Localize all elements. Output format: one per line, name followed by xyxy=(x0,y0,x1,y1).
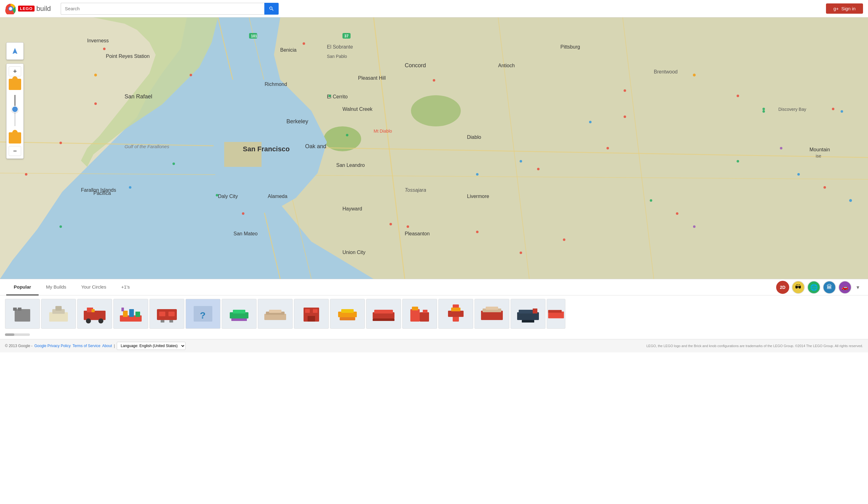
builds-grid: ? xyxy=(0,296,868,332)
map-dot xyxy=(563,238,565,241)
map-dot xyxy=(390,223,392,225)
tab-popular[interactable]: Popular xyxy=(6,279,39,296)
terms-link[interactable]: Terms of Service xyxy=(73,344,100,348)
search-icon xyxy=(269,6,274,11)
sign-in-button[interactable]: g+ Sign in xyxy=(826,3,863,14)
svg-text:Pleasant Hill: Pleasant Hill xyxy=(358,75,386,81)
svg-text:Union City: Union City xyxy=(342,250,365,255)
build-item[interactable] xyxy=(330,299,365,329)
filter-glasses[interactable]: 🕶 xyxy=(792,281,805,294)
language-select[interactable]: Language: English (United States) xyxy=(117,342,186,350)
svg-text:San Rafael: San Rafael xyxy=(125,93,152,100)
svg-rect-67 xyxy=(92,309,95,312)
svg-rect-112 xyxy=(548,310,562,313)
map-dot xyxy=(693,225,695,228)
zoom-in-button[interactable]: + xyxy=(9,66,21,76)
svg-rect-75 xyxy=(168,312,175,316)
lego-block-bottom xyxy=(9,132,21,144)
svg-text:Point Reyes Station: Point Reyes Station xyxy=(106,53,150,59)
svg-rect-110 xyxy=(522,320,534,322)
build-thumbnail xyxy=(299,303,324,325)
search-input[interactable] xyxy=(61,3,264,14)
build-item[interactable] xyxy=(258,299,293,329)
svg-text:Brentwood: Brentwood xyxy=(654,69,678,74)
build-item[interactable] xyxy=(510,299,546,329)
about-link[interactable]: About xyxy=(102,344,112,348)
privacy-link[interactable]: Google Privacy Policy xyxy=(34,344,71,348)
tab-my-builds[interactable]: My Builds xyxy=(39,279,74,296)
filter-building[interactable]: 🏛 xyxy=(823,281,836,294)
build-item[interactable]: ? xyxy=(186,299,220,329)
tab-plus1s[interactable]: +1's xyxy=(114,279,137,296)
filter-car[interactable]: 🚗 xyxy=(838,281,851,294)
filter-dropdown[interactable]: ▾ xyxy=(854,283,862,292)
build-thumbnail xyxy=(263,303,288,325)
build-item[interactable] xyxy=(438,299,473,329)
svg-rect-72 xyxy=(122,308,124,311)
zoom-out-button[interactable]: − xyxy=(9,146,21,156)
scroll-bar[interactable] xyxy=(5,333,30,336)
build-thumbnail xyxy=(371,303,396,325)
build-thumbnail: ? xyxy=(190,303,215,325)
svg-text:Pittsburg: Pittsburg xyxy=(560,44,580,50)
filter-2d[interactable]: 2D xyxy=(776,281,789,294)
build-item[interactable] xyxy=(77,299,112,329)
build-item[interactable] xyxy=(294,299,329,329)
svg-rect-69 xyxy=(123,311,128,317)
zoom-slider[interactable] xyxy=(14,95,16,126)
svg-rect-99 xyxy=(412,307,418,310)
map-dot xyxy=(103,48,105,50)
build-item[interactable] xyxy=(366,299,401,329)
map-dot xyxy=(94,102,97,105)
svg-rect-70 xyxy=(129,309,134,317)
build-thumbnail xyxy=(118,303,143,325)
footer: © 2013 Google - Google Privacy Policy Te… xyxy=(0,339,868,352)
location-button[interactable] xyxy=(6,42,24,60)
svg-text:San Pablo: San Pablo xyxy=(327,54,347,59)
footer-rights: LEGO, the LEGO logo and the Brick and kn… xyxy=(646,344,863,348)
svg-text:101: 101 xyxy=(251,34,257,38)
map-container[interactable]: San Francisco Berkeley Oak and San Rafae… xyxy=(0,18,868,279)
build-item[interactable] xyxy=(113,299,148,329)
svg-text:Antioch: Antioch xyxy=(498,63,515,68)
svg-point-66 xyxy=(99,318,103,323)
svg-point-3 xyxy=(9,7,12,10)
zoom-controls: + − xyxy=(6,63,24,159)
svg-text:Walnut Creek: Walnut Creek xyxy=(342,106,373,112)
build-item[interactable] xyxy=(402,299,437,329)
scroll-thumb xyxy=(5,333,14,336)
build-item[interactable] xyxy=(547,299,565,329)
map-dot xyxy=(520,160,522,163)
build-item[interactable] xyxy=(149,299,184,329)
svg-rect-83 xyxy=(233,310,245,313)
build-thumbnail xyxy=(407,303,432,325)
svg-rect-71 xyxy=(135,312,140,317)
svg-text:Mt Diablo: Mt Diablo xyxy=(374,128,392,134)
sign-in-label: Sign in xyxy=(841,6,856,11)
search-button[interactable] xyxy=(264,3,279,14)
filter-icons: 2D 🕶 🌐 🏛 🚗 ▾ xyxy=(776,281,862,294)
svg-text:ise: ise xyxy=(816,153,821,158)
map-dot xyxy=(797,173,800,176)
location-icon xyxy=(11,47,19,55)
build-item[interactable] xyxy=(5,299,40,329)
build-thumbnail xyxy=(154,303,179,325)
svg-text:Farallon Islands: Farallon Islands xyxy=(81,187,116,193)
map-dot xyxy=(763,108,765,110)
build-item[interactable] xyxy=(222,299,257,329)
map-dot xyxy=(650,199,652,202)
site-title: build xyxy=(37,5,51,13)
svg-rect-98 xyxy=(420,312,429,321)
map-dot xyxy=(607,147,609,150)
tab-your-circles[interactable]: Your Circles xyxy=(74,279,114,296)
search-bar xyxy=(61,3,279,14)
svg-text:Livermore: Livermore xyxy=(467,194,489,199)
svg-text:San Mateo: San Mateo xyxy=(234,231,258,236)
build-item[interactable] xyxy=(475,299,509,329)
build-item[interactable] xyxy=(41,299,76,329)
svg-rect-89 xyxy=(313,309,318,313)
build-thumbnail xyxy=(443,303,468,325)
filter-globe[interactable]: 🌐 xyxy=(807,281,820,294)
build-thumbnail xyxy=(479,303,504,325)
map-dot xyxy=(60,142,62,144)
